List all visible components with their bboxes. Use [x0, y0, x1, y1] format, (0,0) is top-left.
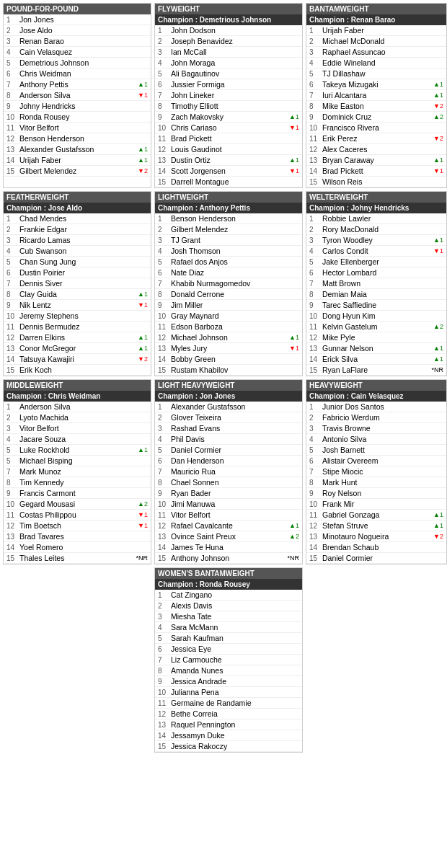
rank-number: 10: [309, 500, 322, 508]
list-item: 11Erik Perez▼2: [306, 133, 446, 144]
trend-indicator: ▲1: [289, 334, 299, 341]
rank-number: 9: [309, 301, 322, 309]
list-item: 8Mark Hunt: [306, 477, 446, 488]
champion-light-heavyweight: Champion : Jon Jones: [155, 391, 302, 402]
fighter-name: Bobby Green: [171, 355, 299, 363]
trend-indicator: ▲2: [138, 500, 148, 508]
rank-number: 8: [6, 291, 19, 298]
rank-number: 15: [6, 554, 19, 562]
fighter-name: Antonio Silva: [322, 435, 443, 443]
rank-number: 15: [158, 178, 171, 186]
trend-indicator: ▲1: [289, 113, 299, 120]
fighter-name: Erik Perez: [322, 134, 432, 143]
section-womens-bantamweight: WOMEN'S BANTAMWEIGHTChampion : Ronda Rou…: [154, 567, 303, 753]
fighter-name: Mike Easton: [322, 102, 432, 110]
rank-number: 4: [309, 247, 322, 255]
fighter-name: Rashad Evans: [171, 424, 299, 433]
list-item: 2Rory MacDonald: [306, 224, 446, 235]
list-item: 14Scott Jorgensen▼1: [155, 166, 302, 177]
rank-number: 11: [309, 135, 322, 143]
list-item: 15Ryan LaFlare*NR: [306, 365, 446, 376]
ranked-list-heavyweight: 1Junior Dos Santos2Fabricio Werdum3Travi…: [306, 402, 446, 564]
list-item: 15Thales Leites*NR: [4, 553, 151, 564]
list-item: 8Tim Kennedy: [4, 477, 151, 488]
list-item: 2Michael McDonald: [306, 36, 446, 47]
list-item: 1Jon Jones: [4, 14, 151, 25]
rank-number: 7: [158, 92, 171, 99]
rank-number: 8: [309, 291, 322, 298]
trend-indicator: ▲1: [433, 511, 443, 518]
trend-indicator: ▲2: [433, 323, 443, 330]
list-item: 5Rafael dos Anjos: [155, 257, 302, 267]
list-item: 13Ovince Saint Preux▲2: [155, 531, 302, 542]
list-item: 14Jessamyn Duke: [155, 730, 302, 741]
fighter-name: Gabriel Gonzaga: [322, 510, 432, 519]
fighter-name: Carlos Condit: [322, 247, 432, 255]
section-header-middleweight: MIDDLEWEIGHT: [4, 380, 151, 391]
fighter-name: Raquel Pennington: [171, 720, 299, 729]
fighter-name: Chris Cariaso: [171, 123, 288, 132]
ranked-list-featherweight: 1Chad Mendes2Frankie Edgar3Ricardo Lamas…: [4, 213, 151, 376]
list-item: 6Alistair Overeem: [306, 456, 446, 466]
list-item: 1John Dodson: [155, 25, 302, 36]
fighter-name: Urijah Faber: [322, 26, 443, 35]
list-item: 8Timothy Elliott: [155, 101, 302, 112]
list-item: 8Chael Sonnen: [155, 477, 302, 488]
rank-number: 4: [158, 435, 171, 443]
section-header-flyweight: FLYWEIGHT: [155, 4, 302, 14]
rank-number: 9: [158, 678, 171, 686]
rank-number: 11: [158, 511, 171, 519]
fighter-name: Jussier Formiga: [171, 80, 299, 89]
rank-number: 6: [6, 269, 19, 277]
fighter-name: Takeya Mizugaki: [322, 80, 432, 89]
rank-number: 11: [158, 135, 171, 143]
rank-number: 14: [158, 732, 171, 740]
rank-number: 7: [6, 468, 19, 476]
section-heavyweight: HEAVYWEIGHTChampion : Cain Velasquez1Jun…: [306, 379, 447, 564]
fighter-name: Joseph Benavidez: [171, 37, 299, 45]
list-item: 7Liz Carmouche: [155, 655, 302, 665]
list-item: 13Minotauro Nogueira▼2: [306, 531, 446, 542]
fighter-name: Brendan Schaub: [322, 543, 443, 552]
fighter-name: Rafael dos Anjos: [171, 257, 299, 266]
list-item: 13Myles Jury▼1: [155, 343, 302, 354]
fighter-name: Anthony Johnson: [171, 554, 286, 562]
rank-number: 1: [309, 403, 322, 411]
list-item: 9Jessica Andrade: [155, 676, 302, 687]
list-item: 14Erick Silva▲1: [306, 354, 446, 365]
fighter-name: Myles Jury: [171, 344, 288, 353]
rank-number: 13: [6, 533, 19, 541]
list-item: 11Edson Barboza: [155, 322, 302, 332]
rank-number: 14: [158, 355, 171, 363]
fighter-name: Dan Henderson: [171, 456, 299, 465]
fighter-name: Francisco Rivera: [322, 123, 443, 132]
list-item: 2Gilbert Melendez: [155, 224, 302, 235]
rank-number: 9: [158, 113, 171, 121]
list-item: 9Ryan Bader: [155, 488, 302, 499]
rank-number: 9: [6, 102, 19, 110]
fighter-name: Cain Velasquez: [19, 48, 148, 56]
fighter-name: Jessica Andrade: [171, 677, 299, 686]
section-bantamweight: BANTAMWEIGHTChampion : Renan Barao1Urija…: [306, 3, 447, 188]
rank-number: 8: [309, 102, 322, 110]
rank-number: 7: [6, 280, 19, 288]
rank-number: 11: [158, 323, 171, 331]
list-item: 4Eddie Wineland: [306, 58, 446, 68]
list-item: 6Dustin Poirier: [4, 267, 151, 278]
rank-number: 9: [158, 490, 171, 497]
list-item: 15Daniel Cormier: [306, 553, 446, 564]
fighter-name: James Te Huna: [171, 543, 299, 552]
section-flyweight: FLYWEIGHTChampion : Demetrious Johnson1J…: [154, 3, 303, 188]
fighter-name: Chael Sonnen: [171, 478, 299, 487]
rank-number: 14: [6, 544, 19, 552]
rank-number: 5: [158, 70, 171, 78]
fighter-name: Roy Nelson: [322, 489, 443, 497]
list-item: 10Jimi Manuwa: [155, 499, 302, 510]
list-item: 3Renan Barao: [4, 36, 151, 47]
section-header-light-heavyweight: LIGHT HEAVYWEIGHT: [155, 380, 302, 391]
rank-number: 6: [158, 81, 171, 89]
trend-indicator: ▲1: [433, 81, 443, 88]
list-item: 13Alexander Gustafsson▲1: [4, 144, 151, 155]
rank-number: 7: [309, 92, 322, 99]
rank-number: 5: [158, 258, 171, 266]
